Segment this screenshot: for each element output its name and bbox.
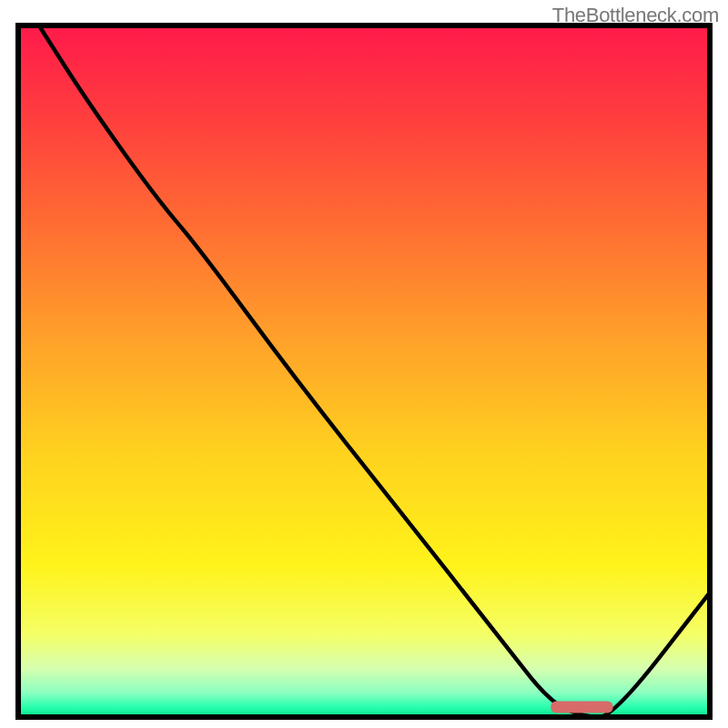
plot-area (18, 25, 710, 717)
watermark-text: TheBottleneck.com (552, 4, 719, 27)
bottleneck-chart (0, 0, 728, 728)
optimal-marker (551, 702, 612, 713)
